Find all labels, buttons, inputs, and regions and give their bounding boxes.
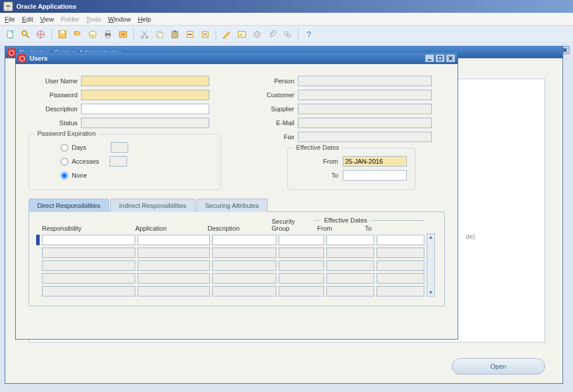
cell-to[interactable] <box>377 235 424 245</box>
cell-description[interactable] <box>212 273 276 284</box>
cell-from[interactable] <box>326 273 374 284</box>
users-minimize-button[interactable] <box>425 54 434 62</box>
users-close-button[interactable] <box>446 54 455 62</box>
clear-record-icon[interactable] <box>184 29 196 40</box>
svg-line-3 <box>26 35 29 38</box>
eff-from-input[interactable] <box>343 156 407 167</box>
cell-from[interactable] <box>326 286 374 296</box>
cell-description[interactable] <box>212 248 276 258</box>
cell-from[interactable] <box>326 235 374 245</box>
status-label: Status <box>29 119 81 126</box>
tab-direct[interactable]: Direct Responsibilities <box>29 199 109 212</box>
next-step-icon[interactable] <box>72 29 83 40</box>
navigator-icon[interactable] <box>35 29 47 40</box>
password-input[interactable] <box>81 90 209 100</box>
pw-exp-days-input[interactable] <box>111 142 128 153</box>
save-icon[interactable] <box>57 29 68 40</box>
oracle-icon: ◯ <box>18 54 26 62</box>
pw-exp-none-radio[interactable] <box>61 172 68 179</box>
cell-security-group[interactable] <box>279 248 324 258</box>
translate-icon[interactable]: A <box>236 29 248 40</box>
find-icon[interactable] <box>20 29 31 40</box>
app-titlebar: ☕ Oracle Applications <box>0 0 573 13</box>
col-from: From <box>315 225 363 234</box>
customer-input[interactable] <box>298 90 432 100</box>
cell-application[interactable] <box>138 260 210 271</box>
fax-input[interactable] <box>298 132 432 142</box>
table-row[interactable] <box>36 286 424 296</box>
cell-application[interactable] <box>138 248 210 258</box>
cell-description[interactable] <box>212 235 276 245</box>
cell-security-group[interactable] <box>279 235 324 245</box>
folder-tools-icon[interactable] <box>282 29 293 40</box>
table-row[interactable] <box>36 248 424 258</box>
menu-view[interactable]: View <box>40 16 54 23</box>
switch-resp-icon[interactable] <box>87 29 99 40</box>
svg-rect-16 <box>172 31 178 38</box>
cell-to[interactable] <box>377 286 424 296</box>
menu-help[interactable]: Help <box>138 16 151 23</box>
edit-field-icon[interactable] <box>221 29 233 40</box>
svg-point-7 <box>89 31 96 38</box>
cell-from[interactable] <box>326 260 374 271</box>
eff-to-input[interactable] <box>343 170 407 181</box>
cell-security-group[interactable] <box>279 273 324 284</box>
cell-responsibility[interactable] <box>42 235 135 245</box>
tabpanel-direct: Effective Dates Responsibility Applicati… <box>29 212 445 306</box>
pw-exp-accesses-label: Accesses <box>72 158 99 165</box>
description-input[interactable] <box>81 104 209 114</box>
cell-application[interactable] <box>138 286 210 296</box>
menu-edit[interactable]: Edit <box>22 16 33 23</box>
description-label: Description <box>29 105 81 112</box>
new-icon[interactable] <box>5 29 16 40</box>
cell-responsibility[interactable] <box>42 286 135 296</box>
cell-responsibility[interactable] <box>42 273 135 284</box>
pw-exp-accesses-input[interactable] <box>110 156 127 167</box>
cut-icon[interactable] <box>139 29 150 40</box>
menu-file[interactable]: File <box>5 16 15 23</box>
scroll-up-icon[interactable] <box>428 235 434 241</box>
supplier-input[interactable] <box>298 104 432 114</box>
pw-exp-days-radio[interactable] <box>61 144 68 151</box>
current-row-marker <box>36 235 40 245</box>
copy-icon[interactable] <box>154 29 166 40</box>
svg-text:A: A <box>240 32 243 37</box>
attach-icon[interactable] <box>266 29 278 40</box>
person-input[interactable] <box>298 76 432 86</box>
users-maximize-button[interactable] <box>435 54 445 62</box>
tabbar: Direct Responsibilities Indirect Respons… <box>29 198 445 212</box>
grid-scrollbar[interactable] <box>427 234 435 296</box>
cell-to[interactable] <box>377 248 424 258</box>
paste-icon[interactable] <box>169 29 181 40</box>
menubar: File Edit View Folder Tools Window Help <box>0 13 573 26</box>
users-titlebar[interactable]: ◯ Users <box>16 52 458 64</box>
scroll-down-icon[interactable] <box>428 289 434 295</box>
cell-description[interactable] <box>212 286 276 296</box>
users-title: Users <box>30 55 48 62</box>
cell-to[interactable] <box>377 260 424 271</box>
help-icon[interactable]: ? <box>303 29 315 40</box>
tab-indirect[interactable]: Indirect Responsibilities <box>110 199 195 212</box>
tab-securing[interactable]: Securing Attributes <box>196 199 268 212</box>
cell-description[interactable] <box>212 260 276 271</box>
cell-responsibility[interactable] <box>42 248 135 258</box>
user-name-input[interactable] <box>81 76 209 86</box>
delete-record-icon[interactable] <box>199 29 211 40</box>
table-row[interactable] <box>36 273 424 284</box>
email-input[interactable] <box>298 118 432 128</box>
table-row[interactable] <box>36 260 424 271</box>
cell-to[interactable] <box>377 273 424 284</box>
table-row[interactable] <box>36 235 424 245</box>
pw-exp-accesses-radio[interactable] <box>61 158 68 165</box>
print-icon[interactable] <box>102 29 114 40</box>
open-button[interactable]: Open <box>452 358 545 375</box>
cell-security-group[interactable] <box>279 260 324 271</box>
close-form-icon[interactable] <box>117 29 129 40</box>
cell-responsibility[interactable] <box>42 260 135 271</box>
cell-security-group[interactable] <box>279 286 324 296</box>
cell-application[interactable] <box>138 235 210 245</box>
cell-application[interactable] <box>138 273 210 284</box>
attachments-icon[interactable] <box>251 29 263 40</box>
menu-window[interactable]: Window <box>108 16 131 23</box>
cell-from[interactable] <box>326 248 374 258</box>
